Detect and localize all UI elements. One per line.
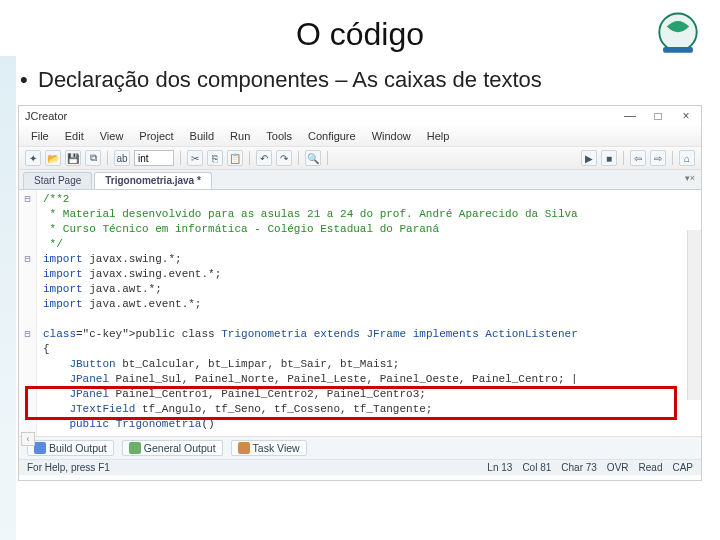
- tabs-dropdown-close[interactable]: ▾×: [685, 173, 695, 183]
- back-icon[interactable]: ⇦: [630, 150, 646, 166]
- minimize-button[interactable]: —: [621, 109, 639, 123]
- svg-rect-1: [663, 47, 693, 53]
- titlebar: JCreator — □ ×: [19, 106, 701, 126]
- undo-icon[interactable]: ↶: [256, 150, 272, 166]
- maximize-button[interactable]: □: [649, 109, 667, 123]
- status-char: Char 73: [561, 462, 597, 473]
- saveall-icon[interactable]: ⧉: [85, 150, 101, 166]
- save-icon[interactable]: 💾: [65, 150, 81, 166]
- find-icon[interactable]: 🔍: [305, 150, 321, 166]
- close-button[interactable]: ×: [677, 109, 695, 123]
- copy-icon[interactable]: ⎘: [207, 150, 223, 166]
- status-line: Ln 13: [487, 462, 512, 473]
- tab-general-output[interactable]: General Output: [122, 440, 223, 456]
- type-icon[interactable]: ab: [114, 150, 130, 166]
- menu-tools[interactable]: Tools: [260, 129, 298, 143]
- vertical-scrollbar[interactable]: [687, 230, 701, 400]
- menu-run[interactable]: Run: [224, 129, 256, 143]
- type-input[interactable]: [134, 150, 174, 166]
- paste-icon[interactable]: 📋: [227, 150, 243, 166]
- output-icon: [129, 442, 141, 454]
- editor-tabs: Start Page Trigonometria.java * ▾×: [19, 170, 701, 190]
- menu-build[interactable]: Build: [184, 129, 220, 143]
- tab-trigonometria[interactable]: Trigonometria.java *: [94, 172, 212, 189]
- menu-edit[interactable]: Edit: [59, 129, 90, 143]
- output-tabs: Build Output General Output Task View: [19, 436, 701, 459]
- menu-configure[interactable]: Configure: [302, 129, 362, 143]
- run-icon[interactable]: ▶: [581, 150, 597, 166]
- status-ovr: OVR: [607, 462, 629, 473]
- tab-build-output[interactable]: Build Output: [27, 440, 114, 456]
- code-editor[interactable]: ⊟⊟⊟ /**2 * Material desenvolvido para as…: [19, 190, 701, 436]
- panel-collapse-icon[interactable]: ‹: [21, 432, 35, 446]
- menu-help[interactable]: Help: [421, 129, 456, 143]
- slide-bullet: Declaração dos componentes – As caixas d…: [0, 53, 720, 99]
- stop-icon[interactable]: ■: [601, 150, 617, 166]
- code-body[interactable]: /**2 * Material desenvolvido para as asu…: [37, 190, 701, 436]
- redo-icon[interactable]: ↷: [276, 150, 292, 166]
- slide-title: O código: [0, 0, 720, 53]
- menu-view[interactable]: View: [94, 129, 130, 143]
- tab-task-view[interactable]: Task View: [231, 440, 307, 456]
- menu-window[interactable]: Window: [366, 129, 417, 143]
- cut-icon[interactable]: ✂: [187, 150, 203, 166]
- new-icon[interactable]: ✦: [25, 150, 41, 166]
- status-help: For Help, press F1: [27, 462, 110, 473]
- status-read: Read: [639, 462, 663, 473]
- fold-gutter[interactable]: ⊟⊟⊟: [19, 190, 37, 436]
- menu-project[interactable]: Project: [133, 129, 179, 143]
- toolbar: ✦ 📂 💾 ⧉ ab ✂ ⎘ 📋 ↶ ↷ 🔍 ▶ ■ ⇦ ⇨ ⌂: [19, 147, 701, 170]
- status-col: Col 81: [522, 462, 551, 473]
- status-bar: For Help, press F1 Ln 13 Col 81 Char 73 …: [19, 459, 701, 475]
- home-icon[interactable]: ⌂: [679, 150, 695, 166]
- menubar: File Edit View Project Build Run Tools C…: [19, 126, 701, 147]
- tab-start-page[interactable]: Start Page: [23, 172, 92, 189]
- ide-window: JCreator — □ × File Edit View Project Bu…: [18, 105, 702, 481]
- open-icon[interactable]: 📂: [45, 150, 61, 166]
- status-cap: CAP: [672, 462, 693, 473]
- build-icon: [34, 442, 46, 454]
- menu-file[interactable]: File: [25, 129, 55, 143]
- app-title: JCreator: [25, 110, 67, 122]
- task-icon: [238, 442, 250, 454]
- fwd-icon[interactable]: ⇨: [650, 150, 666, 166]
